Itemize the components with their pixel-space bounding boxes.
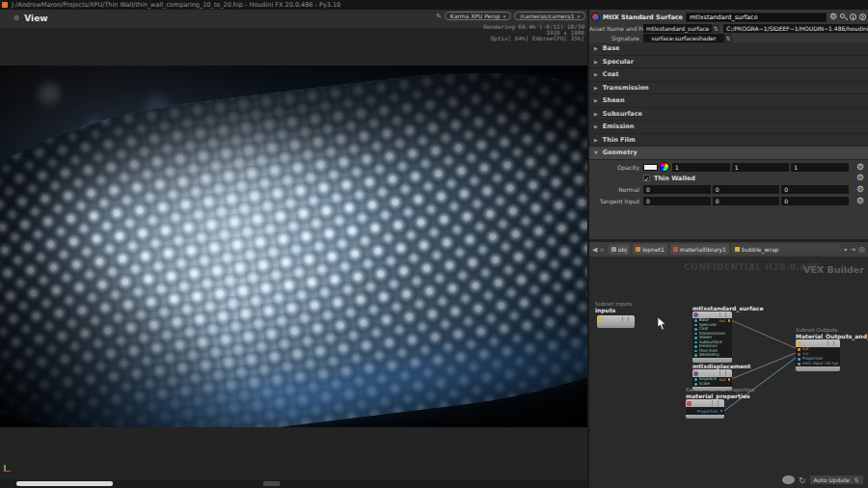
window-title: J:/AndrewMaron/Projects/XPU/Thin Wall/th… xyxy=(12,1,340,9)
section-sheen[interactable]: ▶ Sheen xyxy=(589,95,868,108)
normal-y-field[interactable]: 0 xyxy=(713,185,780,194)
node-footer xyxy=(692,358,732,363)
node-mtlxstandard-surface[interactable]: Base out Specular Coat xyxy=(692,312,732,363)
signature-row: Signature surface:surfaceshader (1.0.1) … xyxy=(589,34,868,42)
signature-dropdown[interactable]: surface:surfaceshader (1.0.1) ⇅ xyxy=(643,34,732,42)
input-dot xyxy=(694,341,697,344)
normal-label: Normal xyxy=(589,186,643,193)
parameter-header-icons: ⚙ i ? xyxy=(829,13,866,21)
tangent-x-field[interactable]: 0 xyxy=(643,197,711,205)
section-transmission[interactable]: ▶ Transmission xyxy=(589,82,868,95)
output-dot xyxy=(728,319,731,322)
node-body: out out Properties next input (all types… xyxy=(796,347,840,366)
camera-dropdown[interactable]: /cameras/camera1 ▾ xyxy=(514,12,585,20)
tangent-row: Tangent Input 0 0 0 ⚙ xyxy=(589,197,868,205)
section-subsurface[interactable]: ▶ Subsurface xyxy=(589,108,868,122)
gear-icon[interactable]: ⚙ xyxy=(853,185,868,194)
section-geometry[interactable]: ▼ Geometry xyxy=(589,147,868,160)
color-wheel-icon[interactable] xyxy=(660,162,669,172)
refresh-icon[interactable]: ↻ xyxy=(799,475,806,485)
path-dropdown-icon[interactable]: ▾ xyxy=(844,246,847,253)
section-emission[interactable]: ▶ Emission xyxy=(589,121,868,134)
viewport-controls: ✎ Karma XPU Persp ▾ /cameras/camera1 ▾ xyxy=(436,12,585,20)
opacity-r-field[interactable]: 1 xyxy=(672,163,730,172)
section-label: Subsurface xyxy=(603,110,642,118)
row-label: out xyxy=(802,352,809,357)
out-port: out xyxy=(719,377,730,382)
node-header xyxy=(692,369,732,377)
gear-icon[interactable]: ⚙ xyxy=(853,163,868,172)
flag-divider xyxy=(622,316,623,322)
section-thin-film[interactable]: ▶ Thin Film xyxy=(589,134,868,148)
pane-menu-icon[interactable]: ⚙ xyxy=(14,14,19,22)
spinner-icon[interactable]: ⇅ xyxy=(712,24,719,33)
breadcrumb-label: materiallibrary1 xyxy=(680,246,726,253)
input-dot xyxy=(694,345,697,348)
network-canvas[interactable]: CONFIDENTIAL H20.0.486 VEX Builder Subne… xyxy=(589,257,868,488)
opacity-g-field[interactable]: 1 xyxy=(732,163,790,172)
input-dot xyxy=(798,358,800,361)
node-row: Properties xyxy=(686,407,724,415)
chevron-down-icon: ▾ xyxy=(577,13,580,20)
info-icon[interactable]: i xyxy=(850,14,856,20)
section-base[interactable]: ▶ Base xyxy=(589,42,868,56)
breadcrumb-bubble-wrap[interactable]: bubble_wrap xyxy=(732,244,841,255)
normal-x-field[interactable]: 0 xyxy=(643,185,711,194)
network-editor-pane: ◀ ▶ obj lopnet1 materiallibrary1 bubble_… xyxy=(589,242,868,488)
thin-walled-checkbox[interactable]: ✓ xyxy=(643,175,650,181)
help-icon[interactable]: ? xyxy=(859,14,866,20)
section-specular[interactable]: ▶ Specular xyxy=(589,56,868,69)
input-dot xyxy=(694,378,697,381)
row-label: next input (all types allow... xyxy=(802,362,839,366)
gear-icon[interactable]: ⚙ xyxy=(853,197,868,205)
section-label: Base xyxy=(603,44,620,52)
node-inputs[interactable] xyxy=(597,315,635,328)
breadcrumb-materiallibrary1[interactable]: materiallibrary1 xyxy=(670,244,729,255)
row-label: out xyxy=(802,347,809,352)
input-dot xyxy=(694,350,697,353)
opacity-color-swatch[interactable] xyxy=(643,164,658,171)
section-label: Thin Film xyxy=(603,136,636,144)
asset-path-dropdown[interactable]: C:/PROGRA~1/SIDEEF~1/HOUDIN~1.486/houdin… xyxy=(723,24,868,33)
node-footer xyxy=(686,415,724,419)
comment-bubble-icon[interactable] xyxy=(782,475,795,484)
opacity-b-field[interactable]: 1 xyxy=(791,163,849,172)
viewport-scrollbar[interactable] xyxy=(0,479,587,488)
pin-to-node-icon[interactable]: ⇥ xyxy=(850,246,855,254)
search-icon[interactable] xyxy=(840,14,847,20)
section-coat[interactable]: ▶ Coat xyxy=(589,68,868,82)
renderer-dropdown[interactable]: Karma XPU Persp ▾ xyxy=(445,12,511,20)
gear-icon[interactable]: ⚙ xyxy=(853,174,868,182)
edit-camera-icon[interactable]: ✎ xyxy=(436,13,442,20)
node-body: Base out Specular Coat xyxy=(692,318,732,358)
asset-path-value: C:/PROGRA~1/SIDEEF~1/HOUDIN~1.486/houdin… xyxy=(723,24,868,33)
breadcrumb-lopnet1[interactable]: lopnet1 xyxy=(633,244,667,255)
tab-view[interactable]: ⚙ View xyxy=(14,14,48,23)
back-button[interactable]: ◀ xyxy=(592,245,597,255)
node-footer xyxy=(597,323,635,328)
section-label: Specular xyxy=(603,58,634,66)
snapshot-icon[interactable]: ◎ xyxy=(858,245,865,254)
auto-update-label: Auto Update xyxy=(813,476,850,483)
asset-name-value: mtlxstandard_surface xyxy=(643,24,712,33)
normal-z-field[interactable]: 0 xyxy=(781,185,849,194)
spinner-icon[interactable]: ⇅ xyxy=(724,34,732,42)
scrollbar-thumb[interactable] xyxy=(16,481,113,486)
auto-update-button[interactable]: Auto Update ⇅ xyxy=(809,474,864,485)
node-material-properties[interactable]: Properties xyxy=(686,399,724,419)
forward-button[interactable]: ▶ xyxy=(600,245,605,255)
node-header xyxy=(692,312,732,318)
node-type-label: MtlX Standard Surface xyxy=(603,14,683,21)
gear-icon[interactable]: ⚙ xyxy=(829,13,837,21)
node-name-input[interactable] xyxy=(686,13,827,22)
render-image[interactable] xyxy=(0,66,587,427)
section-label: Transmission xyxy=(603,84,649,92)
node-material-outputs[interactable]: out out Properties next input (all types… xyxy=(796,339,840,371)
tangent-y-field[interactable]: 0 xyxy=(713,197,780,205)
scrollbar-block[interactable] xyxy=(263,481,280,486)
subnet-inputs-icon xyxy=(598,317,603,322)
tangent-z-field[interactable]: 0 xyxy=(781,197,849,205)
asset-name-dropdown[interactable]: mtlxstandard_surface ⇅ xyxy=(643,24,719,33)
asset-row: Asset Name and Path mtlxstandard_surface… xyxy=(589,24,868,33)
breadcrumb-obj[interactable]: obj xyxy=(609,244,630,255)
